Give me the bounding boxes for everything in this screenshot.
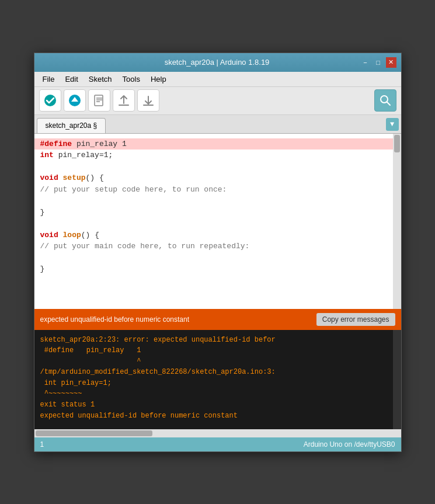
- tab-dropdown-button[interactable]: ▼: [386, 118, 399, 131]
- func-loop: loop: [63, 231, 81, 239]
- code-line-5: // put your setup code here, to run once…: [40, 184, 395, 196]
- code-line-3: [40, 161, 395, 173]
- keyword-define: #define: [40, 140, 72, 148]
- code-line-6: [40, 195, 395, 207]
- status-board-info: Arduino Uno on /dev/ttyUSB0: [304, 440, 395, 449]
- svg-line-10: [387, 102, 390, 106]
- menu-edit[interactable]: Edit: [60, 74, 82, 85]
- maximize-button[interactable]: □: [373, 57, 384, 68]
- editor-area[interactable]: #define pin_relay 1 int pin_relay=1; voi…: [34, 134, 401, 309]
- keyword-void-loop: void: [40, 231, 58, 239]
- code-line-4: void setup() {: [40, 172, 395, 184]
- menu-file[interactable]: File: [38, 74, 60, 85]
- sketch-tab[interactable]: sketch_apr20a §: [37, 118, 106, 133]
- toolbar: [34, 87, 401, 115]
- console-line-7: exit status 1: [40, 399, 395, 411]
- window-controls: − □ ✕: [360, 57, 396, 68]
- open-icon: [117, 94, 130, 107]
- search-icon: [379, 94, 392, 107]
- horizontal-scrollbar[interactable]: [34, 429, 401, 437]
- func-setup: setup: [63, 173, 86, 182]
- console-area: sketch_apr20a:2:23: error: expected unqu…: [34, 330, 401, 429]
- save-icon: [142, 94, 155, 107]
- minimize-button[interactable]: −: [360, 57, 371, 68]
- console-scrollbar[interactable]: [393, 330, 401, 429]
- console-line-2: #define pin_relay 1: [40, 345, 395, 356]
- status-bar: 1 Arduino Uno on /dev/ttyUSB0: [34, 437, 401, 451]
- window-title: sketch_apr20a | Arduino 1.8.19: [74, 58, 360, 67]
- console-line-3: ^: [40, 356, 395, 367]
- code-line-1: #define pin_relay 1: [34, 138, 401, 150]
- code-line-2: int pin_relay=1;: [40, 150, 395, 161]
- console-line-4: /tmp/arduino_modified_sketch_822268/sket…: [40, 367, 395, 378]
- arduino-window: sketch_apr20a | Arduino 1.8.19 − □ ✕ Fil…: [34, 53, 402, 452]
- menu-bar: File Edit Sketch Tools Help: [34, 72, 401, 87]
- search-button[interactable]: [374, 89, 396, 112]
- error-bar: expected unqualified-id before numeric c…: [34, 309, 401, 330]
- upload-button[interactable]: [64, 89, 86, 112]
- code-line-11: [40, 252, 395, 264]
- code-line-9: void loop() {: [40, 230, 395, 241]
- tab-label: sketch_apr20a §: [46, 121, 98, 130]
- console-line-6: ^~~~~~~~~: [40, 388, 395, 399]
- new-sketch-button[interactable]: [88, 89, 110, 112]
- code-line-12: }: [40, 263, 395, 275]
- comment-setup: // put your setup code here, to run once…: [40, 185, 227, 194]
- tab-bar: sketch_apr20a § ▼: [34, 115, 401, 134]
- code-line-7: }: [40, 207, 395, 218]
- verify-button[interactable]: [39, 89, 61, 112]
- h-scroll-thumb[interactable]: [36, 430, 152, 436]
- editor-scroll-thumb[interactable]: [394, 135, 400, 152]
- editor-scrollbar[interactable]: [393, 134, 401, 309]
- menu-sketch[interactable]: Sketch: [84, 74, 117, 85]
- console-line-1: sketch_apr20a:2:23: error: expected unqu…: [40, 335, 395, 346]
- new-sketch-icon: [93, 94, 106, 107]
- svg-rect-3: [95, 95, 103, 106]
- save-button[interactable]: [137, 89, 159, 112]
- title-bar: sketch_apr20a | Arduino 1.8.19 − □ ✕: [34, 53, 401, 72]
- upload-icon: [68, 94, 81, 107]
- status-line-number: 1: [40, 440, 44, 449]
- menu-tools[interactable]: Tools: [118, 74, 145, 85]
- close-button[interactable]: ✕: [386, 57, 396, 68]
- code-line-8: [40, 218, 395, 230]
- comment-loop: // put your main code here, to run repea…: [40, 242, 250, 251]
- error-message: expected unqualified-id before numeric c…: [40, 315, 190, 324]
- keyword-void-setup: void: [40, 173, 58, 182]
- code-line-10: // put your main code here, to run repea…: [40, 241, 395, 252]
- keyword-int: int: [40, 151, 54, 159]
- copy-error-button[interactable]: Copy error messages: [316, 313, 395, 326]
- menu-help[interactable]: Help: [146, 74, 171, 85]
- open-button[interactable]: [113, 89, 135, 112]
- console-line-8: expected unqualified-id before numeric c…: [40, 411, 395, 422]
- console-line-5: int pin_relay=1;: [40, 378, 395, 389]
- verify-icon: [44, 94, 57, 107]
